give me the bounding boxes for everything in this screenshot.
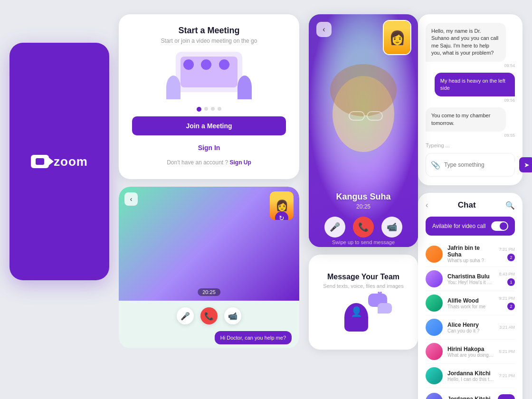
video-avatar: 👩 (383, 20, 411, 55)
message-team-panel: Message Your Team Send texts, voice, fil… (309, 255, 418, 350)
zoom-splash-panel: zoom (10, 43, 109, 280)
chat-search-icon[interactable]: 🔍 (505, 201, 515, 210)
zoom-camera-icon (31, 155, 49, 168)
chat-bubble-recv-1: Hello, my name is Dr. Suhano and you you… (426, 23, 506, 62)
signup-link[interactable]: Sign Up (230, 159, 251, 166)
carousel-dots (132, 107, 286, 112)
contact-item-7[interactable]: Jordanna Kitchi Hello, I can do this tas… (426, 388, 515, 399)
chat-recv-row-1: Hello, my name is Dr. Suhano and you you… (426, 23, 515, 68)
chat-time-sent-1: 09:56 (504, 98, 515, 103)
add-contact-btn[interactable]: + (498, 394, 515, 399)
contact-avatar-7 (426, 393, 443, 399)
contact-name-2: Charistina Bulu (447, 273, 494, 280)
v-ctrl-end[interactable]: 📞 (353, 217, 374, 238)
dot-3[interactable] (211, 107, 215, 111)
zoom-logo: zoom (31, 154, 88, 169)
message-team-title: Message Your Team (327, 273, 399, 281)
meeting-panel: Start a Meeting Start or join a video me… (119, 14, 299, 179)
vc-back-btn-small[interactable]: ‹ (124, 192, 138, 206)
typing-indicator: Typeing ... (426, 142, 515, 148)
vc-camera-btn[interactable]: 📹 (224, 307, 241, 324)
contact-info-5: Hirini Hakopa What are you doing now ? (447, 346, 494, 358)
toggle-switch[interactable] (491, 221, 508, 231)
contact-time-5: 5:21 PM (499, 349, 515, 354)
chat-input[interactable] (444, 162, 515, 168)
chat-list-back-btn[interactable]: ‹ (426, 201, 428, 209)
chat-recv-row-2: You come to my chamber tomorrow. 09:55 (426, 107, 515, 138)
avatar-img-7 (426, 393, 443, 399)
contact-meta-7: + (498, 391, 515, 399)
contact-item-4[interactable]: Alice Henry Can you do it ? 3:21 AM (426, 315, 515, 340)
video-timer: 20:25 (309, 203, 418, 210)
dot-1[interactable] (197, 107, 201, 112)
dot-4[interactable] (218, 107, 221, 111)
illus-person: 👤 (344, 303, 368, 332)
vc-avatar-small: 👩 ↻ (270, 191, 294, 220)
meeting-illus-inner (180, 57, 238, 87)
chat-time-recv-2: 09:55 (426, 133, 515, 138)
chat-bubble-sent-1: My head is heavy on the left side (435, 73, 515, 97)
contact-info-4: Alice Henry Can you do it ? (447, 322, 494, 333)
contact-meta-5: 5:21 PM (499, 349, 515, 354)
video-back-btn[interactable]: ‹ (316, 22, 332, 37)
zoom-logo-text: zoom (54, 154, 88, 169)
contact-meta-6: 7:21 PM (499, 373, 515, 378)
v-ctrl-camera[interactable]: 📹 (381, 217, 402, 238)
v-ctrl-mute[interactable]: 🎤 (324, 217, 345, 238)
chat-list-panel: ‹ Chat 🔍 Avilable for video call Jafrin … (418, 193, 522, 399)
doctor-chat-panel: Hello, my name is Dr. Suhano and you you… (418, 14, 522, 185)
contact-avatar-5 (426, 343, 443, 360)
contact-name-6: Jordanna Kitchi (447, 370, 494, 377)
meeting-illus-screen (176, 52, 242, 92)
contact-avatar-3 (426, 294, 443, 312)
contact-name-7: Jordanna Kitchi (447, 396, 493, 399)
swipe-msg: Swipe up to send message (309, 239, 418, 245)
unread-badge-1: 2 (507, 254, 515, 261)
video-caller-name: Kangus Suha (309, 192, 418, 202)
illus-face-1 (183, 59, 194, 70)
attach-icon[interactable]: 📎 (431, 161, 440, 170)
dot-2[interactable] (204, 107, 208, 111)
toggle-knob (500, 222, 507, 230)
signup-row: Don't have an account ? Sign Up (132, 159, 286, 166)
contact-name-5: Hirini Hakopa (447, 346, 494, 352)
illus-face-2 (201, 59, 211, 70)
illus-bubble-2 (378, 303, 392, 314)
contact-item-1[interactable]: Jafrin bin te Suha What's up suha ? 7:21… (426, 241, 515, 267)
video-big-panel: ‹ 👩 Kangus Suha 20:25 🎤 📞 📹 Swipe up to … (309, 14, 418, 247)
contact-meta-2: 8:43 PM 1 (499, 272, 515, 286)
contact-avatar-1 (426, 246, 443, 263)
contact-item-2[interactable]: Charistina Bulu You: Hey! How's it going… (426, 267, 515, 291)
sign-in-button[interactable]: Sign In (132, 139, 286, 156)
contact-time-1: 7:21 PM (499, 247, 515, 252)
contact-preview-3: Thats work for me (447, 304, 494, 309)
available-toggle[interactable]: Avilable for video call (426, 217, 515, 236)
chat-send-btn[interactable]: ➤ (519, 157, 532, 172)
contact-preview-2: You: Hey! How's it going ? (447, 280, 494, 285)
avatar-img-1 (426, 246, 443, 263)
right-section: Hello, my name is Dr. Suhano and you you… (418, 14, 522, 399)
contact-avatar-2 (426, 270, 443, 287)
meeting-illustration (166, 52, 252, 99)
chat-sent-row-1: My head is heavy on the left side 09:56 (426, 73, 515, 103)
contact-time-3: 9:21 PM (499, 296, 515, 301)
contact-avatar-4 (426, 319, 443, 336)
contact-info-6: Jordanna Kitchi Hello, I can do this tas… (447, 370, 494, 382)
vc-mute-btn[interactable]: 🎤 (177, 307, 194, 324)
avatar-img-4 (426, 319, 443, 336)
video-section: ‹ 👩 Kangus Suha 20:25 🎤 📞 📹 Swipe up to … (309, 14, 418, 350)
avatar-img-2 (426, 270, 443, 287)
avatar-img-6 (426, 367, 443, 384)
contact-preview-4: Can you do it ? (447, 328, 494, 333)
contact-name-4: Alice Henry (447, 322, 494, 328)
contact-item-6[interactable]: Jordanna Kitchi Hello, I can do this tas… (426, 364, 515, 388)
vc-controls-small: 🎤 📞 📹 (119, 301, 299, 331)
vc-end-call-btn[interactable]: 📞 (200, 307, 218, 324)
contact-item-5[interactable]: Hirini Hakopa What are you doing now ? 5… (426, 340, 515, 364)
illus-face-3 (219, 59, 229, 70)
video-call-small-panel: ‹ 👩 ↻ 20:25 🎤 📞 📹 Hi Doctor, can you hel… (119, 187, 299, 348)
chat-time-recv-1: 09:54 (426, 63, 515, 68)
contact-item-3[interactable]: Alifie Wood Thats work for me 9:21 PM 2 (426, 291, 515, 315)
main-container: zoom Start a Meeting Start or join a vid… (0, 0, 532, 399)
join-meeting-button[interactable]: Join a Meeting (132, 116, 286, 135)
